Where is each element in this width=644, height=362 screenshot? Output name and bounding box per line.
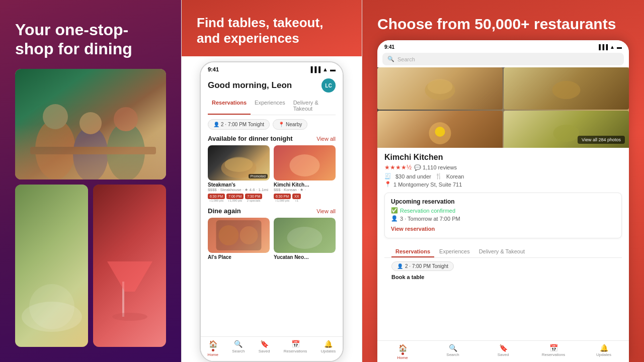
reservations-icon: 📅 bbox=[291, 340, 299, 348]
btab-updates[interactable]: 🔔 Updates bbox=[579, 344, 629, 360]
restaurant-hero-image: View all 284 photos bbox=[377, 67, 629, 148]
panel-1: Your one-stop-shop for dining bbox=[0, 0, 181, 362]
greeting-row: Good morning, Leon LC bbox=[208, 78, 336, 93]
svg-point-11 bbox=[112, 313, 147, 321]
status-icons-3: ▐▐▐ ▲ ▬ bbox=[597, 44, 622, 50]
food-bowl-2 bbox=[504, 67, 629, 110]
tab-reservations[interactable]: Reservations bbox=[208, 98, 251, 115]
calendar-icon: 👤 bbox=[391, 215, 398, 222]
time-filter-chip[interactable]: 👤 2 · 7:00 PM Tonight bbox=[391, 261, 454, 271]
time-slot[interactable]: XX bbox=[292, 194, 301, 199]
time-filter-row: 👤 2 · 7:00 PM Tonight bbox=[384, 258, 622, 274]
location-pin-icon: 📍 bbox=[384, 181, 391, 188]
time-slot[interactable]: 7:30 PM bbox=[245, 194, 262, 199]
time-slot[interactable]: 6:30 PM bbox=[208, 194, 225, 199]
panel-1-images bbox=[15, 69, 166, 347]
svg-point-24 bbox=[553, 125, 580, 142]
dining-friends-image bbox=[15, 69, 166, 179]
restaurant-name: Kimchi Kitchen bbox=[384, 153, 622, 162]
cocktail-image bbox=[93, 185, 166, 347]
status-time: 9:41 bbox=[208, 66, 219, 72]
upcoming-reservation-box: Upcoming reservation ✅ Reservation confi… bbox=[384, 193, 622, 238]
reviews-count: 💬 1,110 reviews bbox=[414, 164, 457, 171]
svg-point-4 bbox=[107, 123, 145, 179]
detail-tab-delivery[interactable]: Delivery & Takeout bbox=[475, 246, 529, 257]
dine-again-card-2[interactable]: Yucatan Neo… bbox=[274, 218, 336, 260]
section1-title: Available for dinner tonight bbox=[208, 135, 293, 142]
time-slot[interactable]: 6:30 PM bbox=[274, 194, 291, 199]
panel-1-bottom-images bbox=[15, 185, 166, 347]
steakmans-meta: $$$$ · Steakhouse · ★ 4.6 · 1.1mi bbox=[208, 188, 270, 192]
comment-icon: 💬 bbox=[414, 164, 421, 171]
status-bar-3: 9:41 ▐▐▐ ▲ ▬ bbox=[377, 40, 629, 51]
kimchi-image bbox=[274, 145, 336, 180]
updates-icon-bt3: 🔔 bbox=[600, 344, 608, 352]
svg-point-8 bbox=[29, 284, 74, 329]
restaurant-cards: Promoted Steakman's $$$$ · Steakhouse · … bbox=[208, 145, 336, 202]
home-icon-3: 🏠 bbox=[398, 344, 407, 352]
meta-row: 🧾 $30 and under 🍴 Korean bbox=[384, 173, 622, 179]
active-indicator bbox=[212, 349, 214, 351]
status-icons: ▐▐▐ ▲ ▬ bbox=[309, 66, 336, 72]
party-size-filter[interactable]: 👤 2 · 7:00 PM Tonight bbox=[208, 119, 270, 130]
bottom-nav-bar: 🏠 Home 🔍 Search 🔖 Saved 📅 Reservations bbox=[201, 336, 343, 361]
nav-search[interactable]: 🔍 Search bbox=[232, 340, 245, 357]
time-slot[interactable]: 7:00 PM bbox=[226, 194, 244, 199]
view-reservation-link[interactable]: View reservation bbox=[391, 226, 435, 232]
svg-point-23 bbox=[435, 127, 445, 137]
svg-point-13 bbox=[225, 157, 253, 172]
svg-marker-10 bbox=[107, 261, 152, 292]
tab-experiences[interactable]: Experiences bbox=[251, 98, 289, 115]
svg-point-0 bbox=[35, 119, 75, 179]
dinner-tonight-header: Available for dinner tonight View all bbox=[208, 135, 336, 142]
detail-tab-experiences[interactable]: Experiences bbox=[435, 246, 474, 257]
user-avatar[interactable]: LC bbox=[321, 78, 336, 93]
book-table-label: Book a table bbox=[384, 274, 622, 280]
upcoming-label: Upcoming reservation bbox=[391, 198, 615, 205]
nav-saved[interactable]: 🔖 Saved bbox=[259, 340, 270, 357]
tab-delivery-takeout[interactable]: Delivery & Takeout bbox=[289, 98, 336, 115]
detail-tab-bar: Reservations Experiences Delivery & Take… bbox=[384, 243, 622, 258]
reservation-time: 👤 3 · Tomorrow at 7:00 PM bbox=[391, 215, 615, 222]
search-bar[interactable]: 🔍 Search bbox=[382, 53, 624, 65]
phone-mockup-2: 9:41 ▐▐▐ ▲ ▬ Good morning, Leon LC Reser… bbox=[200, 61, 344, 362]
star-rating: ★★★★½ bbox=[384, 164, 412, 171]
steakmans-name: Steakman's bbox=[208, 182, 270, 188]
nav-reservations[interactable]: 📅 Reservations bbox=[284, 340, 307, 357]
saved-icon: 🔖 bbox=[260, 340, 268, 348]
location-filter[interactable]: 📍 Nearby bbox=[273, 119, 307, 130]
restaurant-card-steakmans[interactable]: Promoted Steakman's $$$$ · Steakhouse · … bbox=[208, 145, 270, 202]
btab-reservations[interactable]: 📅 Reservations bbox=[528, 344, 579, 360]
search-bar-container: 🔍 Search bbox=[377, 51, 629, 67]
battery-icon-3: ▬ bbox=[617, 44, 622, 50]
dine-again-img-1 bbox=[208, 218, 270, 253]
nav-updates[interactable]: 🔔 Updates bbox=[321, 340, 336, 357]
steakmans-times: 6:30 PM+1,000 pts 7:00 PM+1,000 pts 7:30… bbox=[208, 194, 270, 202]
panel-3: Choose from 50,000+ restaurants 9:41 ▐▐▐… bbox=[362, 0, 644, 362]
food-bowl-3 bbox=[377, 111, 503, 148]
reservations-icon-bt3: 📅 bbox=[549, 344, 558, 352]
btab-home[interactable]: 🏠 Home bbox=[377, 344, 428, 360]
search-icon: 🔍 bbox=[234, 340, 243, 348]
detail-tab-reservations[interactable]: Reservations bbox=[391, 246, 434, 257]
signal-icon: ▐▐▐ bbox=[309, 66, 320, 72]
svg-point-1 bbox=[43, 104, 68, 129]
search-icon-bt3: 🔍 bbox=[449, 344, 457, 352]
kimchi-times: 6:30 PM+1,000 pts XX+1 bbox=[274, 194, 336, 202]
btab-search[interactable]: 🔍 Search bbox=[428, 344, 478, 360]
section2-view-all[interactable]: View all bbox=[316, 208, 336, 214]
person-icon: 👤 bbox=[213, 122, 219, 127]
cuisine-type: Korean bbox=[446, 173, 464, 179]
panel-1-headline: Your one-stop-shop for dining bbox=[15, 20, 166, 59]
price-range: $30 and under bbox=[395, 173, 431, 179]
view-photos-badge[interactable]: View all 284 photos bbox=[578, 136, 625, 144]
home-icon: 🏠 bbox=[209, 340, 217, 348]
btab-saved[interactable]: 🔖 Saved bbox=[478, 344, 528, 360]
dine-again-img-2 bbox=[274, 218, 336, 253]
section1-view-all[interactable]: View all bbox=[316, 136, 336, 142]
nav-home[interactable]: 🏠 Home bbox=[208, 340, 218, 357]
dine-again-card-1[interactable]: Al's Place bbox=[208, 218, 270, 260]
svg-point-14 bbox=[290, 154, 320, 176]
restaurant-address: 1 Montgomery St, Suite 711 bbox=[393, 182, 462, 188]
restaurant-card-kimchi[interactable]: Kimchi Kitch… $$$ · Korean · ★ · 6:30 PM… bbox=[274, 145, 336, 202]
